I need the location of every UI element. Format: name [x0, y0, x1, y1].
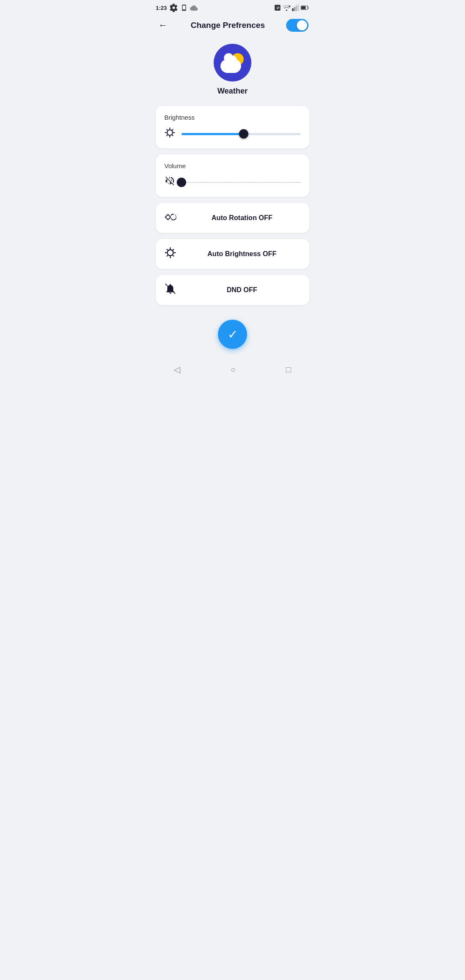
page-title: Change Prefrences — [190, 21, 265, 30]
check-icon: ✓ — [228, 327, 238, 342]
phone-status-icon — [181, 4, 187, 11]
volume-slider-row — [164, 175, 301, 189]
fab-section: ✓ — [149, 311, 316, 357]
dnd-icon — [164, 283, 176, 297]
brightness-slider[interactable] — [181, 129, 301, 139]
back-button[interactable]: ← — [157, 18, 169, 33]
auto-rotation-label: Auto Rotation OFF — [183, 214, 301, 222]
volume-slider[interactable] — [181, 177, 301, 188]
status-time: 1:23 — [156, 5, 167, 11]
volume-label: Volume — [164, 162, 301, 169]
app-icon-circle — [214, 44, 251, 82]
auto-brightness-label: Auto Brightness OFF — [183, 250, 301, 258]
svg-rect-8 — [301, 6, 305, 9]
nav-home-button[interactable]: ○ — [222, 362, 244, 377]
volume-card: Volume — [156, 154, 309, 197]
brightness-icon — [164, 127, 175, 141]
brightness-card: Brightness — [156, 106, 309, 148]
dnd-card[interactable]: DND OFF — [156, 275, 309, 305]
nav-back-button[interactable]: ◁ — [165, 362, 189, 377]
brightness-label: Brightness — [164, 114, 301, 121]
svg-rect-3 — [292, 8, 293, 11]
status-icons-right — [274, 4, 309, 11]
auto-brightness-icon — [164, 247, 176, 261]
gear-status-icon — [169, 3, 178, 12]
auto-brightness-card[interactable]: Auto Brightness OFF — [156, 239, 309, 269]
nav-recent-button[interactable]: □ — [277, 362, 299, 377]
app-name: Weather — [217, 87, 248, 96]
nav-bar: ◁ ○ □ — [149, 357, 316, 384]
svg-rect-6 — [298, 4, 299, 11]
rotation-icon — [164, 211, 176, 225]
svg-point-0 — [286, 9, 287, 11]
brightness-slider-row — [164, 127, 301, 141]
svg-rect-5 — [296, 6, 297, 11]
svg-rect-4 — [294, 7, 295, 11]
cloud-status-icon — [190, 5, 198, 11]
signal-icon — [292, 4, 299, 11]
battery-icon — [301, 5, 309, 11]
header: ← Change Prefrences — [149, 14, 316, 37]
mute-icon — [164, 175, 175, 189]
dnd-label: DND OFF — [183, 286, 301, 294]
weather-icon — [220, 52, 245, 73]
main-toggle[interactable] — [286, 19, 308, 32]
cloud-shape — [220, 59, 241, 73]
app-icon-section: Weather — [149, 37, 316, 106]
wifi-icon — [283, 4, 290, 11]
auto-rotation-card[interactable]: Auto Rotation OFF — [156, 203, 309, 233]
nfc-icon — [274, 4, 281, 11]
confirm-button[interactable]: ✓ — [218, 320, 247, 349]
status-bar: 1:23 — [149, 0, 316, 14]
